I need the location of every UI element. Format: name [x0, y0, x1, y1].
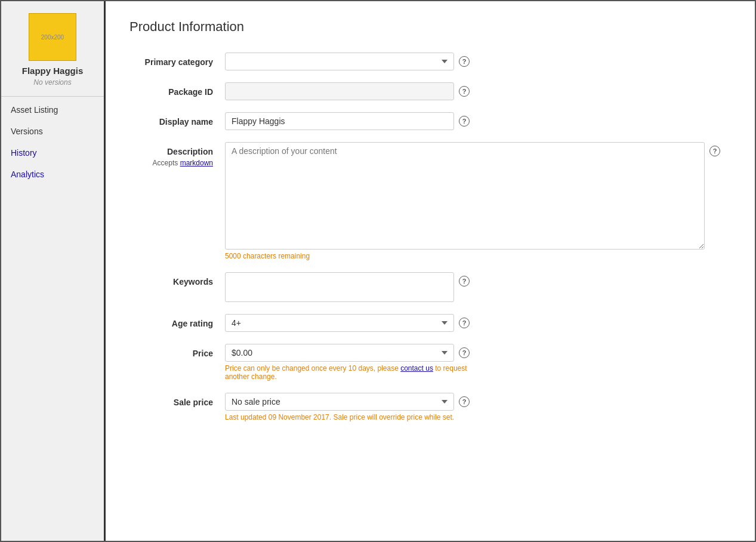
- sidebar-item-versions[interactable]: Versions: [1, 121, 104, 142]
- description-help-icon[interactable]: ?: [709, 146, 720, 156]
- sidebar-item-history[interactable]: History: [1, 142, 104, 164]
- package-id-input: com.mcsweeney.flappyhaggis: [225, 82, 454, 100]
- accepts-markdown-label: Accepts markdown: [153, 159, 213, 167]
- display-name-help-icon[interactable]: ?: [459, 116, 470, 127]
- age-rating-help-icon[interactable]: ?: [459, 318, 470, 328]
- sale-price-note: Last updated 09 November 2017. Sale pric…: [225, 413, 470, 421]
- primary-category-help-icon[interactable]: ?: [459, 56, 470, 67]
- sidebar-item-asset-listing[interactable]: Asset Listing: [1, 99, 104, 121]
- age-rating-row: Age rating 4+ 9+ 12+ 17+ ?: [129, 314, 731, 332]
- keywords-label: Keywords: [129, 272, 225, 287]
- sale-price-select[interactable]: No sale price: [225, 393, 454, 411]
- sale-price-select-group: No sale price ?: [225, 393, 470, 411]
- display-name-input[interactable]: [225, 112, 454, 130]
- price-select-group: $0.00 $0.99 $1.99 ?: [225, 344, 470, 362]
- price-help-icon[interactable]: ?: [459, 347, 470, 358]
- sale-price-help-icon[interactable]: ?: [459, 396, 470, 407]
- primary-category-field-group: ?: [225, 53, 470, 70]
- sale-price-field-group: No sale price ? Last updated 09 November…: [225, 393, 470, 421]
- primary-category-row: Primary category ?: [129, 53, 731, 70]
- sale-price-label: Sale price: [129, 393, 225, 407]
- display-name-label: Display name: [129, 112, 225, 127]
- description-label-col: Description Accepts markdown: [129, 142, 225, 167]
- app-icon: 200x200: [29, 13, 76, 61]
- description-row: Description Accepts markdown 5000 charac…: [129, 142, 731, 260]
- page-title: Product Information: [129, 19, 731, 35]
- keywords-help-icon[interactable]: ?: [459, 276, 470, 287]
- display-name-field-group: ?: [225, 112, 470, 130]
- price-select[interactable]: $0.00 $0.99 $1.99: [225, 344, 454, 362]
- display-name-row: Display name ?: [129, 112, 731, 130]
- package-id-help-icon[interactable]: ?: [459, 86, 470, 97]
- keywords-input[interactable]: [225, 272, 454, 302]
- sidebar-nav: Asset Listing Versions History Analytics: [1, 99, 104, 185]
- age-rating-select[interactable]: 4+ 9+ 12+ 17+: [225, 314, 454, 332]
- description-textarea[interactable]: [225, 142, 705, 250]
- app-icon-label: 200x200: [41, 34, 64, 41]
- price-label: Price: [129, 344, 225, 358]
- markdown-link[interactable]: markdown: [180, 159, 213, 167]
- description-label: Description: [118, 147, 213, 156]
- description-char-count: 5000 characters remaining: [225, 252, 705, 260]
- sale-price-row: Sale price No sale price ? Last updated …: [129, 393, 731, 421]
- age-rating-label: Age rating: [129, 314, 225, 328]
- keywords-field-group: ?: [225, 272, 470, 302]
- package-id-row: Package ID com.mcsweeney.flappyhaggis ?: [129, 82, 731, 100]
- sidebar-item-analytics[interactable]: Analytics: [1, 164, 104, 185]
- description-field-group: 5000 characters remaining ?: [225, 142, 720, 260]
- age-rating-field-group: 4+ 9+ 12+ 17+ ?: [225, 314, 470, 332]
- main-content: Product Information Primary category ? P…: [106, 1, 755, 541]
- app-name: Flappy Haggis: [22, 66, 84, 76]
- price-field-group: $0.00 $0.99 $1.99 ? Price can only be ch…: [225, 344, 470, 381]
- price-note: Price can only be changed once every 10 …: [225, 364, 470, 381]
- app-window: 200x200 Flappy Haggis No versions Asset …: [0, 0, 756, 542]
- sidebar: 200x200 Flappy Haggis No versions Asset …: [1, 1, 106, 541]
- primary-category-label: Primary category: [129, 53, 225, 67]
- package-id-label: Package ID: [129, 82, 225, 97]
- contact-us-link[interactable]: contact us: [400, 364, 433, 372]
- primary-category-select[interactable]: [225, 53, 454, 70]
- sidebar-divider: [1, 96, 104, 97]
- package-id-field-group: com.mcsweeney.flappyhaggis ?: [225, 82, 470, 100]
- no-versions-label: No versions: [33, 78, 71, 87]
- price-row: Price $0.00 $0.99 $1.99 ? Price can only…: [129, 344, 731, 381]
- keywords-row: Keywords ?: [129, 272, 731, 302]
